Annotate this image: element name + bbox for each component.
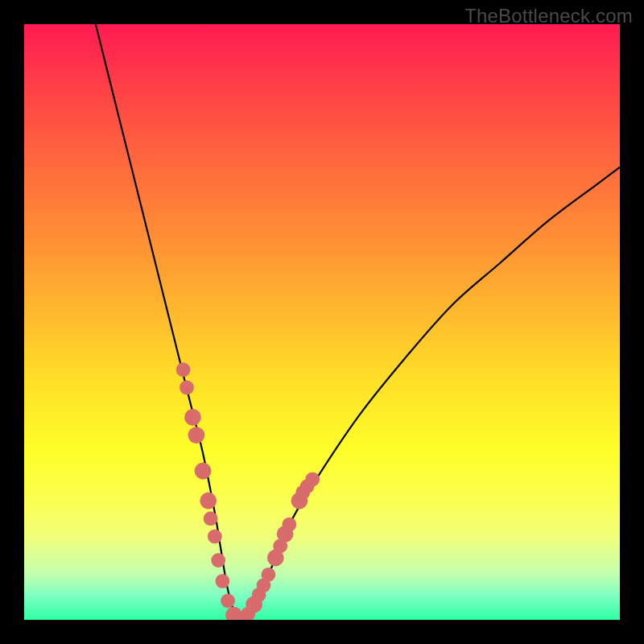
curve-marker: [211, 553, 225, 568]
curve-marker: [176, 362, 191, 377]
curve-marker: [204, 511, 218, 526]
bottleneck-curve: [96, 24, 620, 620]
curve-marker: [221, 593, 235, 608]
curve-marker: [216, 574, 230, 588]
curve-marker: [180, 381, 194, 395]
curve-marker: [208, 530, 222, 544]
curve-marker: [305, 473, 320, 487]
chart-container: TheBottleneck.com: [0, 0, 644, 644]
curve-svg: [24, 24, 620, 620]
curve-marker: [282, 518, 296, 532]
plot-area: [24, 24, 620, 620]
curve-marker: [195, 463, 212, 480]
curve-marker: [188, 427, 205, 444]
curve-marker: [200, 493, 217, 510]
attribution-label: TheBottleneck.com: [464, 5, 633, 27]
curve-markers: [176, 362, 320, 620]
curve-marker: [262, 568, 276, 582]
curve-marker: [184, 409, 201, 426]
